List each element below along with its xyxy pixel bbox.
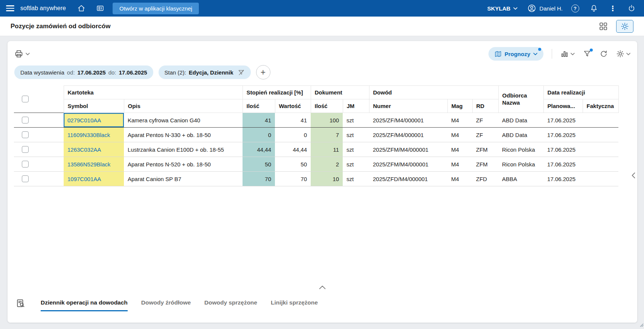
row-checkbox[interactable] [22,161,29,168]
resize-gripper[interactable] [639,322,644,329]
open-classic-app-button[interactable]: Otwórz w aplikacji klasycznej [113,3,199,14]
from-label: od: [67,69,75,76]
user-name: Daniel H. [539,5,563,12]
col-ilosc-realizacja[interactable]: Ilość [243,99,275,113]
document-preview-icon[interactable] [16,299,26,308]
company-name: SKYLAB [487,5,511,12]
map-icon [494,50,502,58]
group-stopien-realizacji[interactable]: Stopień realizacji [%] [243,86,311,99]
settings-button[interactable] [616,50,630,58]
group-odbiorca[interactable]: Odbiorca Nazwa [498,86,543,113]
row-checkbox[interactable] [22,131,29,138]
col-mag[interactable]: Mag [447,99,472,113]
add-filter-button[interactable]: + [256,65,270,79]
group-dowod[interactable]: Dowód [369,86,498,99]
toolbar-divider [552,49,552,59]
state-filter-chip[interactable]: Stan (2): Edycja, Dziennik [159,65,251,79]
symbol-cell[interactable]: 1263C032AA [64,142,124,157]
expand-right-panel-chevron[interactable] [631,172,636,179]
prognozy-button[interactable]: Prognozy [488,47,543,61]
help-button[interactable]: ? [569,2,581,15]
table-row[interactable]: 1097C001AA Aparat Canion SP B7 70 70 10 … [14,172,618,186]
date-filter-label: Data wystawienia [20,69,64,76]
gear-icon [616,50,624,58]
row-indicator [37,113,64,128]
refresh-icon [600,50,608,58]
page-header: Pozycje zamówień od odbiorców [0,17,644,36]
chevron-down-icon [26,53,30,55]
print-button[interactable] [14,49,30,58]
row-indicator [37,128,64,142]
filter-active-dot [590,49,593,52]
tab-linijki-sprzezone[interactable]: Linijki sprzężone [271,299,318,311]
table-row[interactable]: 1263C032AA Lustrzanka Canion E100D + ob.… [14,142,618,157]
symbol-cell[interactable]: 0279C010AA [64,113,124,128]
col-planowana[interactable]: Planowa... [543,99,583,113]
notifications-button[interactable] [588,2,600,15]
grid-toolbar: Prognozy [8,41,637,62]
col-wartosc[interactable]: Wartość [275,99,311,113]
group-kartoteka[interactable]: Kartoteka [64,86,243,99]
col-numer[interactable]: Numer [369,99,447,113]
col-rd[interactable]: RD [472,99,498,113]
bar-chart-icon [560,50,569,58]
row-checkbox[interactable] [22,146,29,153]
power-icon [627,4,636,12]
col-ilosc-dokument[interactable]: Ilość [311,99,343,113]
refresh-button[interactable] [600,50,608,58]
prognozy-label: Prognozy [505,51,530,57]
content-area: Prognozy [0,37,644,329]
sun-icon [621,22,629,30]
page-title: Pozycje zamówień od odbiorców [11,23,110,30]
clear-filter-icon[interactable] [238,69,245,76]
logout-button[interactable] [625,2,638,15]
row-checkbox[interactable] [22,117,29,123]
app-name: softlab anywhere [20,5,66,12]
select-all-checkbox[interactable] [22,96,29,102]
row-indicator-column [37,86,64,113]
table-row[interactable]: 11609N330Black Aparat Pentos N-330 + ob.… [14,128,618,142]
theme-toggle-button[interactable] [616,20,633,33]
menu-icon[interactable] [6,5,14,11]
col-faktyczna[interactable]: Faktyczna [583,99,618,113]
bottom-tabs-bar: Dziennik operacji na dowodach Dowody źró… [8,293,637,323]
user-icon [527,4,536,13]
bell-icon [590,4,598,12]
group-data-realizacji[interactable]: Data realizacji [543,86,618,99]
row-indicator [37,172,64,186]
more-options-button[interactable]: ⋮ [606,2,619,15]
chevron-down-icon [533,53,537,55]
user-menu[interactable]: Daniel H. [527,4,563,13]
symbol-cell[interactable]: 13586N529Black [64,157,124,172]
state-filter-value: Edycja, Dziennik [189,69,233,76]
collapse-bottom-panel-chevron[interactable] [319,285,326,289]
home-button[interactable] [75,2,88,15]
col-jm[interactable]: JM [343,99,369,113]
symbol-cell[interactable]: 11609N330Black [64,128,124,142]
table-row[interactable]: 0279C010AA Kamera cyfrowa Canion G40 41 … [14,113,618,128]
tab-dowody-zrodlowe[interactable]: Dowody źródłowe [141,299,191,311]
company-selector[interactable]: SKYLAB [487,5,518,12]
state-filter-label: Stan (2): [165,69,186,76]
from-value: 17.06.2025 [78,69,106,76]
group-dokument[interactable]: Dokument [311,86,369,99]
help-icon: ? [571,5,579,12]
col-symbol[interactable]: Symbol [64,99,124,113]
col-opis[interactable]: Opis [124,99,243,113]
tab-dowody-sprzezone[interactable]: Dowody sprzężone [204,299,257,311]
tab-dziennik-operacji[interactable]: Dziennik operacji na dowodach [41,299,128,311]
notification-dot [538,48,541,51]
chevron-down-icon [513,7,517,10]
table-row[interactable]: 13586N529Black Aparat Pentos N-520 + ob.… [14,157,618,172]
symbol-cell[interactable]: 1097C001AA [64,172,124,186]
apps-grid-icon[interactable] [599,22,608,31]
documentation-button[interactable] [94,2,107,15]
grid-card: Prognozy [8,41,637,323]
top-bar: softlab anywhere Otwórz w aplikacji klas… [0,0,644,17]
group-header-row: Kartoteka Stopień realizacji [%] Dokumen… [14,86,618,99]
kebab-menu-icon: ⋮ [609,5,617,12]
chart-view-button[interactable] [560,50,575,58]
filter-button[interactable] [583,50,591,58]
date-filter-chip[interactable]: Data wystawienia od: 17.06.2025 do: 17.0… [14,65,153,79]
row-checkbox[interactable] [22,175,29,182]
